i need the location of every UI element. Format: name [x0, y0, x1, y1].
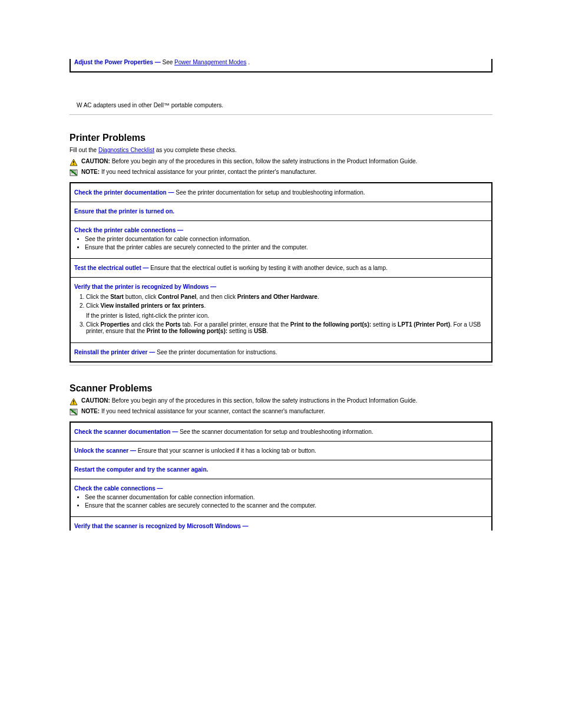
cell-body: Ensure that your scanner is unlocked if …	[138, 447, 316, 454]
cell-title: Restart the computer and try the scanner…	[74, 466, 208, 473]
cell-title: Check the printer documentation —	[74, 189, 174, 196]
table-row: Restart the computer and try the scanner…	[70, 460, 492, 479]
cell-title: Check the scanner documentation —	[74, 429, 178, 435]
ac-adapter-note: W AC adapters used in other Dell™ portab…	[77, 102, 492, 108]
table-row: Check the scanner documentation — See th…	[70, 422, 492, 442]
svg-rect-9	[73, 403, 74, 404]
table-row: Reinstall the printer driver — See the p…	[70, 343, 492, 363]
table-row: Verify that the printer is recognized by…	[70, 278, 492, 343]
cell-title: Check the cable connections —	[74, 485, 163, 492]
printer-note-row: NOTE: If you need technical assistance f…	[70, 169, 492, 176]
scanner-caution-row: CAUTION: Before you begin any of the pro…	[70, 397, 492, 406]
table-row: Check the printer cable connections — Se…	[70, 221, 492, 259]
fill-prefix: Fill out the	[70, 147, 98, 153]
adjust-power-period: .	[248, 59, 250, 65]
list-item: Ensure that the printer cables are secur…	[85, 244, 488, 251]
cell-title: Unlock the scanner —	[74, 447, 136, 454]
cell-title: Verify that the scanner is recognized by…	[74, 523, 249, 529]
cell-body: Ensure that the electrical outlet is wor…	[150, 265, 387, 271]
scanner-trouble-table: Check the scanner documentation — See th…	[70, 421, 492, 531]
printer-problems-heading: Printer Problems	[70, 133, 492, 143]
caution-label: CAUTION:	[81, 397, 112, 404]
note-icon	[70, 169, 78, 176]
list-item: Click View installed printers or fax pri…	[86, 302, 488, 319]
note-body: If you need technical assistance for you…	[101, 169, 316, 175]
diagnostics-checklist-link[interactable]: Diagnostics Checklist	[98, 147, 154, 153]
note-body: If you need technical assistance for you…	[101, 408, 325, 414]
cell-title: Verify that the printer is recognized by…	[74, 284, 216, 290]
table-row: Verify that the scanner is recognized by…	[70, 517, 492, 531]
table-row: Ensure that the printer is turned on.	[70, 202, 492, 221]
divider	[70, 365, 492, 365]
caution-body: Before you begin any of the procedures i…	[112, 397, 418, 404]
list-item: Click Properties and click the Ports tab…	[86, 321, 488, 334]
cell-title: Reinstall the printer driver —	[74, 349, 155, 355]
scanner-note-row: NOTE: If you need technical assistance f…	[70, 408, 492, 416]
scanner-note-text: NOTE: If you need technical assistance f…	[81, 408, 325, 414]
cell-body: See the printer documentation for instru…	[157, 349, 277, 355]
scanner-caution-text: CAUTION: Before you begin any of the pro…	[81, 397, 417, 404]
printer-caution-text: CAUTION: Before you begin any of the pro…	[81, 158, 417, 164]
caution-icon	[70, 158, 78, 166]
table-row: Unlock the scanner — Ensure that your sc…	[70, 442, 492, 460]
cell-body: See the scanner documentation for setup …	[180, 429, 373, 435]
table-row: Test the electrical outlet — Ensure that…	[70, 259, 492, 278]
printer-caution-row: CAUTION: Before you begin any of the pro…	[70, 158, 492, 166]
cell-title: Check the printer cable connections —	[74, 227, 183, 233]
printer-note-text: NOTE: If you need technical assistance f…	[81, 169, 316, 175]
list-item: Ensure that the scanner cables are secur…	[85, 502, 488, 509]
list-item: See the scanner documentation for cable …	[85, 494, 488, 500]
svg-rect-8	[73, 400, 74, 403]
list-item: Click the Start button, click Control Pa…	[86, 294, 488, 300]
fill-suffix: as you complete these checks.	[156, 147, 237, 153]
svg-rect-1	[73, 161, 74, 163]
power-management-modes-link[interactable]: Power Management Modes	[174, 59, 246, 65]
cell-title: Ensure that the printer is turned on.	[74, 208, 174, 215]
scanner-problems-heading: Scanner Problems	[70, 383, 492, 394]
printer-fill-line: Fill out the Diagnostics Checklist as yo…	[70, 147, 492, 153]
divider	[70, 114, 492, 115]
table-row: Check the cable connections — See the sc…	[70, 479, 492, 517]
adjust-power-see: See	[162, 59, 174, 65]
top-trailing-box: Adjust the Power Properties — See Power …	[70, 59, 492, 73]
note-label: NOTE:	[81, 169, 101, 175]
cell-title: Test the electrical outlet —	[74, 265, 149, 271]
note-icon	[70, 408, 78, 416]
caution-label: CAUTION:	[81, 158, 112, 164]
table-row: Check the printer documentation — See th…	[70, 183, 492, 202]
caution-icon	[70, 397, 78, 406]
cell-body: See the printer documentation for setup …	[176, 189, 365, 196]
adjust-power-title: Adjust the Power Properties —	[74, 59, 161, 65]
printer-trouble-table: Check the printer documentation — See th…	[70, 182, 492, 363]
list-item: See the printer documentation for cable …	[85, 236, 488, 242]
caution-body: Before you begin any of the procedures i…	[112, 158, 418, 164]
note-label: NOTE:	[81, 408, 101, 414]
svg-rect-2	[73, 164, 74, 164]
